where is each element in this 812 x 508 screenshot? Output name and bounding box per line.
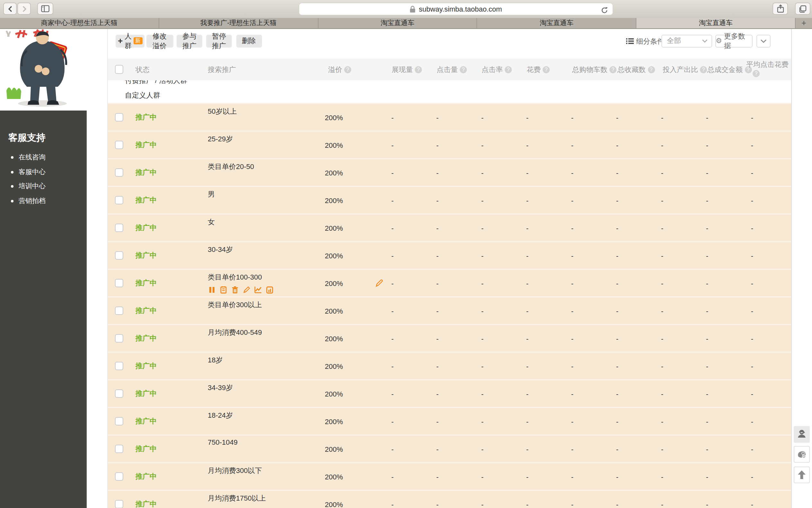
filter-selected-value: 全部	[667, 36, 702, 46]
row-checkbox[interactable]	[114, 306, 123, 315]
metric-value: -	[349, 132, 394, 158]
browser-tab-1[interactable]: 我要推广-理想生活上天猫	[159, 18, 319, 28]
row-checkbox[interactable]	[114, 140, 123, 149]
table-row: 推广中类目单价100-300200%---------	[107, 269, 791, 296]
metric-value: -	[483, 270, 528, 296]
help-icon[interactable]: ?	[460, 66, 467, 73]
browser-tab-0[interactable]: 商家中心-理想生活上天猫	[0, 18, 159, 28]
row-checkbox[interactable]	[114, 334, 123, 342]
metric-value: -	[663, 436, 708, 462]
more-data-button[interactable]: ⚙ 更多数据	[715, 34, 752, 47]
sidebar-toggle-button[interactable]	[37, 3, 53, 15]
back-to-top-button[interactable]	[794, 467, 810, 483]
edit-premium-pencil-icon[interactable]	[375, 270, 383, 296]
help-icon[interactable]: ?	[609, 66, 616, 73]
metric-value: -	[483, 325, 528, 351]
delete-icon[interactable]	[231, 284, 239, 296]
row-checkbox[interactable]	[114, 417, 123, 425]
support-link-1[interactable]: 客服中心	[11, 167, 87, 176]
metric-value: -	[573, 104, 618, 130]
metric-value: -	[573, 215, 618, 241]
premium-value: 200%	[290, 187, 343, 213]
premium-value: 200%	[290, 132, 343, 158]
table-row: 推广中750-1049200%---------	[107, 434, 791, 462]
row-checkbox[interactable]	[114, 168, 123, 177]
tab-bar: 商家中心-理想生活上天猫我要推广-理想生活上天猫淘宝直通车淘宝直通车淘宝直通车+	[0, 18, 812, 29]
tabs-icon	[799, 5, 807, 12]
row-checkbox[interactable]	[114, 472, 123, 481]
help-icon[interactable]: ?	[753, 70, 760, 77]
metric-value: -	[394, 132, 439, 158]
url-bar[interactable]: subway.simba.taobao.com	[299, 3, 613, 15]
back-button[interactable]	[3, 3, 17, 15]
promo-cartoon-image: 密	[3, 29, 85, 111]
table-row: 推广中34-39岁200%---------	[107, 379, 791, 407]
refresh-button[interactable]	[601, 5, 608, 17]
delete-button[interactable]: 删除	[236, 34, 262, 47]
pause-promotion-button[interactable]: 暂停推广	[206, 34, 232, 47]
row-checkbox[interactable]	[114, 251, 123, 260]
help-icon[interactable]: ?	[344, 66, 351, 73]
audience-name: 女	[208, 217, 215, 226]
assistant-button[interactable]	[794, 446, 810, 463]
trend-icon[interactable]	[254, 284, 262, 296]
edit-icon[interactable]	[242, 284, 250, 296]
back-icon	[7, 5, 12, 12]
edit-premium-button[interactable]: 修改溢价	[146, 34, 173, 47]
browser-tab-3[interactable]: 淘宝直通车	[477, 18, 637, 28]
browser-tab-4[interactable]: 淘宝直通车	[636, 18, 796, 28]
audience-name: 月均消费300以下	[208, 466, 262, 475]
metric-value: -	[708, 270, 753, 296]
forward-button[interactable]	[17, 3, 31, 15]
metric-value: -	[708, 325, 753, 351]
support-link-3[interactable]: 营销拍档	[11, 196, 87, 205]
help-icon[interactable]: ?	[700, 66, 707, 73]
help-icon[interactable]: ?	[415, 66, 422, 73]
metric-value: -	[439, 215, 483, 241]
row-checkbox[interactable]	[114, 223, 123, 232]
metric-value: -	[394, 408, 439, 434]
row-checkbox[interactable]	[114, 196, 123, 204]
help-icon[interactable]: ?	[542, 66, 550, 73]
share-button[interactable]	[772, 3, 788, 15]
browser-tab-2[interactable]: 淘宝直通车	[318, 18, 477, 28]
help-icon[interactable]: ?	[648, 66, 655, 73]
filter-select[interactable]: 全部	[661, 34, 712, 47]
report-icon[interactable]	[219, 284, 227, 296]
join-promotion-button[interactable]: 参与推广	[177, 34, 202, 47]
metric-value: -	[708, 132, 753, 158]
premium-value: 200%	[290, 408, 343, 434]
help-icon[interactable]: ?	[505, 66, 512, 73]
toolbar: + 人群 新 修改溢价 参与推广 暂停推广 删除 细分条件： 全部	[107, 29, 791, 58]
metric-value: -	[439, 242, 483, 269]
collapse-toolbar-button[interactable]	[756, 34, 770, 47]
new-tab-button[interactable]: +	[796, 18, 812, 28]
metric-value: -	[573, 353, 618, 379]
metric-value: -	[663, 242, 708, 269]
row-checkbox[interactable]	[114, 500, 123, 508]
table-row: 推广中女200%---------	[107, 213, 791, 241]
select-all-checkbox[interactable]	[114, 65, 123, 74]
customer-service-button[interactable]	[794, 426, 810, 442]
pause-icon[interactable]	[208, 284, 216, 296]
support-link-0[interactable]: 在线咨询	[11, 153, 87, 162]
row-checkbox[interactable]	[114, 113, 123, 122]
row-checkbox[interactable]	[114, 362, 123, 370]
metric-value: -	[439, 463, 483, 490]
metric-value: -	[618, 353, 663, 379]
tab-overview-button[interactable]	[795, 3, 810, 15]
metric-value: -	[439, 353, 483, 379]
row-checkbox[interactable]	[114, 389, 123, 398]
row-checkbox[interactable]	[114, 444, 123, 453]
add-audience-button[interactable]: + 人群 新	[115, 34, 144, 47]
support-link-2[interactable]: 培训中心	[11, 182, 87, 191]
metric-value: -	[483, 353, 528, 379]
audience-name: 30-34岁	[208, 245, 233, 254]
data-doc-icon[interactable]	[266, 284, 273, 296]
metric-value: -	[663, 270, 708, 296]
metric-value: -	[573, 491, 618, 508]
header-metric-5: 总收藏数?	[617, 58, 655, 80]
metric-value: -	[528, 159, 573, 186]
row-action-icons	[208, 284, 273, 296]
row-checkbox[interactable]	[114, 279, 123, 287]
